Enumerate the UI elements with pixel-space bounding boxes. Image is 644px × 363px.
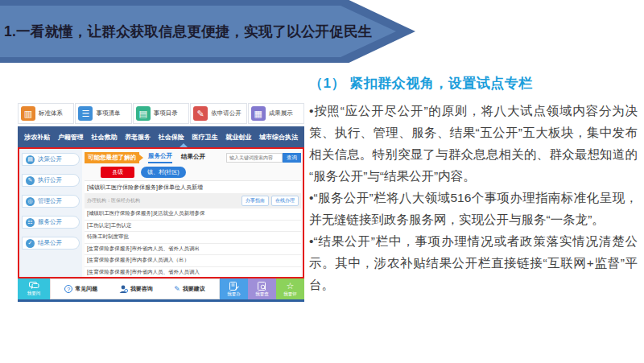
tile-label: 我要问 (27, 291, 41, 296)
item-list-icon: ☰ (78, 106, 93, 121)
consult-link[interactable]: 我要咨询 (119, 285, 153, 294)
doc-search-icon (258, 282, 267, 291)
tab-service-disclosure[interactable]: 服务公开 (148, 152, 172, 163)
top-button-label: 事项目录 (154, 109, 178, 118)
faq-label: 常见问题 (75, 285, 97, 293)
consult-label: 我要咨询 (130, 285, 153, 293)
doc-pencil-icon (229, 282, 239, 291)
tab-result-disclosure[interactable]: 结果公开 (181, 153, 205, 163)
five-disclosure-sidebar: ▤ 决策公开 ✎ 执行公开 ◎ 管理公开 ☷ 服务公开 ✓ 结果公开 (19, 149, 82, 277)
nav-item-medical-health[interactable]: 医疗卫生 (192, 133, 218, 142)
top-button-label: 标准体系 (39, 109, 63, 118)
rate-button[interactable]: ☆ 我要评 (276, 278, 304, 299)
guide-button[interactable]: 办事指南 (242, 196, 269, 206)
footer-middle-links: ? 常见问题 我要咨询 ✎ 我要建议 (50, 278, 220, 299)
sidebar-label: 结果公开 (38, 239, 62, 247)
nav-item-household-registration[interactable]: 户籍管理 (58, 133, 84, 142)
search-input[interactable] (226, 153, 283, 163)
list-item[interactable]: [生育保险参保服务]市内参保人员调入（出） (85, 255, 301, 267)
ask-button[interactable]: 我要问 (18, 278, 50, 299)
paragraph-3: •“结果公开”栏中，事项办理情况或者政策落实情况清楚公示。其中，涉农补贴结果公开… (309, 230, 638, 295)
top-button-label: 事项清单 (96, 109, 120, 118)
sidebar-label: 执行公开 (38, 176, 62, 184)
list-item[interactable]: 特殊工时制度审批 (85, 232, 301, 244)
chat-icon (29, 282, 39, 290)
top-button-label: 依申请公开 (211, 109, 242, 118)
top-icon-bar: ▥ 标准体系 ☰ 事项清单 ▤ 事项目录 ✎ 依申请公开 ▦ 成果展示 (18, 103, 304, 124)
tile-label: 我要查 (255, 291, 269, 297)
item-catalog-icon: ▤ (136, 106, 151, 121)
description-panel: （1） 紧扣群众视角，设置试点专栏 •按照“应公开尽公开”的原则，将八大试点领域… (309, 74, 638, 295)
nav-item-elderly-care[interactable]: 养老服务 (125, 133, 151, 142)
list-item[interactable]: [生育保险参保服务]市外省内人员、省外人员调入 (85, 267, 301, 278)
service-list-panel: 可能您最想了解的 服务公开 结果公开 查询 县级 镇、村(社区) [城镇职工医疗… (82, 149, 303, 277)
sidebar-item-decision-disclosure[interactable]: ▤ 决策公开 (22, 153, 80, 166)
paragraph-2: •“服务公开”栏将八大领域516个事项办理指南标准化呈现，并无缝链接到政务服务网… (309, 187, 638, 230)
sidebar-item-management-disclosure[interactable]: ◎ 管理公开 (22, 195, 80, 208)
sidebar-label: 管理公开 (38, 197, 62, 205)
standard-system-icon: ▥ (21, 106, 35, 121)
request-disclosure-icon: ✎ (193, 106, 208, 121)
sidebar-item-result-disclosure[interactable]: ✓ 结果公开 (22, 237, 80, 250)
list-item[interactable]: [城镇职工医疗保险参保服务]灵活就业人员新增参保 (85, 208, 301, 221)
top-button-label: 成果展示 (269, 109, 293, 118)
sidebar-item-execution-disclosure[interactable]: ✎ 执行公开 (22, 174, 80, 187)
sidebar-label: 服务公开 (38, 218, 62, 226)
slide: 1.一看就懂，让群众获取信息更便捷，实现了以公开促民生 ▥ 标准体系 ☰ 事项清… (0, 0, 644, 363)
nav-item-agriculture-subsidy[interactable]: 涉农补贴 (24, 133, 50, 142)
most-wanted-flag[interactable]: 可能您最想了解的 (85, 152, 139, 163)
management-icon: ◎ (26, 197, 35, 206)
tile-label: 我要办 (227, 291, 241, 297)
nav-active-indicator (180, 143, 188, 147)
county-level-button[interactable]: 县级 (101, 167, 134, 178)
section-heading: （1） 紧扣群众视角，设置试点专栏 (309, 74, 638, 93)
nav-item-social-insurance[interactable]: 社会保险 (159, 133, 184, 142)
website-screenshot: ▥ 标准体系 ☰ 事项清单 ▤ 事项目录 ✎ 依申请公开 ▦ 成果展示 涉农补贴… (18, 103, 304, 304)
search-button[interactable]: 查询 (283, 153, 301, 163)
person-icon (119, 285, 128, 294)
slide-title: 1.一看就懂，让群众获取信息更便捷，实现了以公开促民生 (4, 22, 374, 41)
top-button-results-display[interactable]: ▦ 成果展示 (248, 103, 304, 124)
suggest-label: 我要建议 (183, 285, 205, 293)
list-item-title: [城镇职工医疗保险参保服务]参保单位人员新增 (85, 181, 301, 193)
apply-button[interactable]: 我要办 (220, 278, 248, 299)
sidebar-label: 决策公开 (38, 155, 62, 163)
interaction-footer-bar: 我要问 ? 常见问题 我要咨询 ✎ 我要建议 我要办 (18, 278, 304, 302)
list-item[interactable]: [生育保险参保服务]市外省内人员、省外人员调出 (85, 244, 301, 256)
nav-item-urban-enforcement[interactable]: 城市综合执法 (259, 133, 298, 142)
nav-item-social-assistance[interactable]: 社会救助 (91, 133, 117, 142)
execution-icon: ✎ (26, 176, 35, 185)
service-icon: ☷ (26, 218, 35, 227)
top-button-item-list[interactable]: ☰ 事项清单 (75, 103, 131, 124)
suggest-link[interactable]: ✎ 我要建议 (174, 285, 205, 293)
result-icon: ✓ (26, 239, 35, 248)
top-button-standard-system[interactable]: ▥ 标准体系 (18, 103, 74, 124)
sidebar-item-service-disclosure[interactable]: ☷ 服务公开 (22, 216, 80, 229)
list-item[interactable]: [工伤认定]工伤认定 (85, 221, 301, 233)
question-icon: ? (64, 285, 72, 293)
top-button-item-catalog[interactable]: ▤ 事项目录 (133, 103, 189, 124)
town-village-button[interactable]: 镇、村(社区) (141, 167, 186, 178)
category-nav-bar: 涉农补贴 户籍管理 社会救助 养老服务 社会保险 医疗卫生 就业创业 城市综合执… (18, 126, 304, 147)
list-item-expanded[interactable]: [城镇职工医疗保险参保服务]参保单位人员新增 办理机构：医保经办机构 办事指南 … (85, 180, 301, 208)
top-button-request-disclosure[interactable]: ✎ 依申请公开 (190, 103, 246, 124)
content-area-highlighted: ▤ 决策公开 ✎ 执行公开 ◎ 管理公开 ☷ 服务公开 ✓ 结果公开 (18, 147, 304, 278)
faq-link[interactable]: ? 常见问题 (64, 285, 97, 293)
star-icon: ☆ (287, 282, 295, 291)
decision-icon: ▤ (26, 155, 35, 164)
nav-item-employment[interactable]: 就业创业 (225, 133, 251, 142)
online-handle-button[interactable]: 在线办理 (271, 196, 299, 206)
lookup-button[interactable]: 我要查 (248, 278, 276, 299)
list-item-subtitle: 办理机构：医保经办机构 (87, 197, 140, 204)
paragraph-1: •按照“应公开尽公开”的原则，将八大试点领域内容分为决策、执行、管理、服务、结果… (309, 100, 638, 187)
tile-label: 我要评 (283, 291, 297, 297)
results-display-icon: ▦ (251, 106, 266, 121)
pencil-icon: ✎ (174, 285, 180, 293)
